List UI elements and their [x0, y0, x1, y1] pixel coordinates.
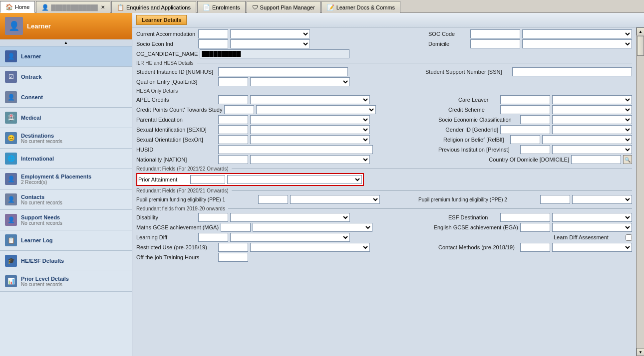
esf-destination-input[interactable]: [500, 213, 550, 222]
socio-economic-input[interactable]: [520, 115, 550, 124]
scrollbar-thumb[interactable]: [637, 36, 644, 56]
esf-destination-select[interactable]: [552, 213, 632, 222]
apel-credits-select[interactable]: [250, 95, 370, 104]
sexual-orient-select[interactable]: [250, 135, 370, 144]
husid-input[interactable]: [218, 145, 373, 154]
nationality-select[interactable]: [250, 155, 370, 164]
student-instance-label: Student Instance ID [NUMHUS]: [136, 69, 216, 75]
content-scroll-wrapper: Current Accommodation SOC Code Socio Eco…: [132, 27, 644, 356]
prev-institution-input[interactable]: [520, 145, 550, 154]
parental-education-input[interactable]: [218, 115, 248, 124]
disability-select[interactable]: [230, 213, 350, 222]
international-nav-icon: 🌐: [5, 153, 17, 165]
country-domicile-search-btn[interactable]: 🔍: [623, 155, 632, 164]
country-domicile-input[interactable]: [571, 155, 621, 164]
sidebar-item-ontrack[interactable]: ☑ Ontrack: [0, 67, 132, 87]
sidebar-item-consent[interactable]: 👤 Consent: [0, 87, 132, 108]
apel-credits-input[interactable]: [218, 95, 248, 104]
prior-attainment-row: Prior Attainment: [136, 173, 632, 186]
maths-gcse-select[interactable]: [253, 223, 372, 232]
cg-candidate-input[interactable]: [200, 49, 349, 58]
learner-log-nav-label: Learner Log: [21, 237, 127, 243]
domicile-input[interactable]: [470, 39, 520, 48]
sidebar-scroll-up-btn[interactable]: ▲: [0, 39, 132, 46]
scrollbar-down-btn[interactable]: ▼: [637, 348, 644, 356]
learning-diff-select[interactable]: [230, 233, 350, 242]
parental-education-select[interactable]: [250, 115, 370, 124]
form-scroll-area: Current Accommodation SOC Code Socio Eco…: [132, 27, 636, 356]
qual-on-entry-select[interactable]: [250, 77, 350, 86]
student-support-input[interactable]: [512, 67, 632, 76]
sidebar-item-contacts[interactable]: 👤 Contacts No current records: [0, 189, 132, 210]
student-instance-input[interactable]: [218, 67, 348, 76]
religion-belief-input[interactable]: [510, 135, 540, 144]
support-needs-nav-sub: No current records: [21, 220, 127, 226]
sidebar-item-prior-level[interactable]: 📊 Prior Level Details No current records: [0, 271, 132, 292]
tab-support[interactable]: 🛡 Support Plan Manager: [247, 1, 321, 13]
credit-points-input[interactable]: [224, 105, 254, 114]
current-accommodation-select[interactable]: [230, 29, 310, 38]
off-job-input[interactable]: [218, 253, 248, 262]
qual-on-entry-input[interactable]: [218, 77, 248, 86]
gender-id-input[interactable]: [500, 125, 550, 134]
domicile-select[interactable]: [522, 39, 632, 48]
sidebar-item-support-needs[interactable]: 👤 Support Needs No current records: [0, 210, 132, 230]
care-leaver-input[interactable]: [500, 95, 550, 104]
contact-methods-select[interactable]: [552, 243, 632, 252]
maths-gcse-input[interactable]: [221, 223, 251, 232]
tab-profile[interactable]: 👤 ████████████ ✕: [36, 1, 110, 13]
english-gcse-select[interactable]: [552, 223, 632, 232]
tab-home[interactable]: 🏠 Home: [0, 1, 35, 13]
socio-econ-input1[interactable]: [198, 39, 228, 48]
care-leaver-select[interactable]: [552, 95, 632, 104]
learning-diff-input[interactable]: [198, 233, 228, 242]
sidebar-item-employment[interactable]: 👤 Employment & Placements 2 Record(s): [0, 169, 132, 189]
ontrack-nav-icon: ☑: [5, 71, 17, 83]
restricted-use-select[interactable]: [250, 243, 370, 252]
sidebar-item-learner-log[interactable]: 📋 Learner Log: [0, 230, 132, 251]
restricted-use-input[interactable]: [218, 243, 248, 252]
soc-code-select[interactable]: [522, 29, 632, 38]
prior-attainment-select[interactable]: [227, 175, 362, 184]
ppe1-select[interactable]: [290, 195, 380, 204]
sidebar-item-international[interactable]: 🌐 International: [0, 149, 132, 169]
socio-econ-select[interactable]: [230, 39, 310, 48]
sidebar-item-medical[interactable]: 🏥 Medical: [0, 108, 132, 128]
ppe2-select[interactable]: [572, 195, 632, 204]
sidebar-item-he-esf[interactable]: 🎓 HE/ESF Defaults: [0, 251, 132, 271]
credit-scheme-input[interactable]: [500, 105, 550, 114]
tab-enquiries[interactable]: 📋 Enquiries and Applications: [111, 1, 196, 13]
english-gcse-input[interactable]: [520, 223, 550, 232]
tab-enrolments[interactable]: 📄 Enrolments: [197, 1, 246, 13]
contacts-nav-label: Contacts: [21, 194, 127, 200]
credit-points-select[interactable]: [256, 105, 376, 114]
religion-belief-select[interactable]: [542, 135, 632, 144]
gender-id-select[interactable]: [552, 125, 632, 134]
destinations-nav-label: Destinations: [21, 133, 127, 139]
learn-diff-assessment-checkbox[interactable]: [626, 234, 632, 241]
destinations-nav-icon: 😊: [5, 132, 17, 144]
sidebar-item-learner[interactable]: 👤 Learner: [0, 46, 132, 67]
socio-economic-select[interactable]: [552, 115, 632, 124]
sidebar-item-destinations[interactable]: 😊 Destinations No current records: [0, 128, 132, 149]
sexual-orient-input[interactable]: [218, 135, 248, 144]
contact-methods-input[interactable]: [520, 243, 550, 252]
nationality-input[interactable]: [218, 155, 248, 164]
sexual-id-select[interactable]: [250, 125, 370, 134]
current-accommodation-input1[interactable]: [198, 29, 228, 38]
soc-code-input[interactable]: [470, 29, 520, 38]
scrollbar-up-btn[interactable]: ▲: [637, 27, 644, 35]
tab-learner-docs[interactable]: 📝 Learner Docs & Comms: [322, 1, 400, 13]
ppe2-input[interactable]: [540, 195, 570, 204]
prior-attainment-input[interactable]: [190, 175, 225, 184]
vertical-scrollbar[interactable]: ▲ ▼: [636, 27, 644, 356]
learner-details-tab[interactable]: Learner Details: [136, 15, 187, 25]
credit-scheme-select[interactable]: [552, 105, 632, 114]
qual-on-entry-row: Qual on Entry [QualEnt3]: [136, 77, 632, 86]
ilr-hesa-section: ILR HE and HESA Details Student Instance…: [136, 60, 632, 86]
ppe1-input[interactable]: [258, 195, 288, 204]
disability-input[interactable]: [198, 213, 228, 222]
sexual-id-input[interactable]: [218, 125, 248, 134]
prev-institution-select[interactable]: [552, 145, 632, 154]
close-tab-profile[interactable]: ✕: [101, 4, 105, 10]
